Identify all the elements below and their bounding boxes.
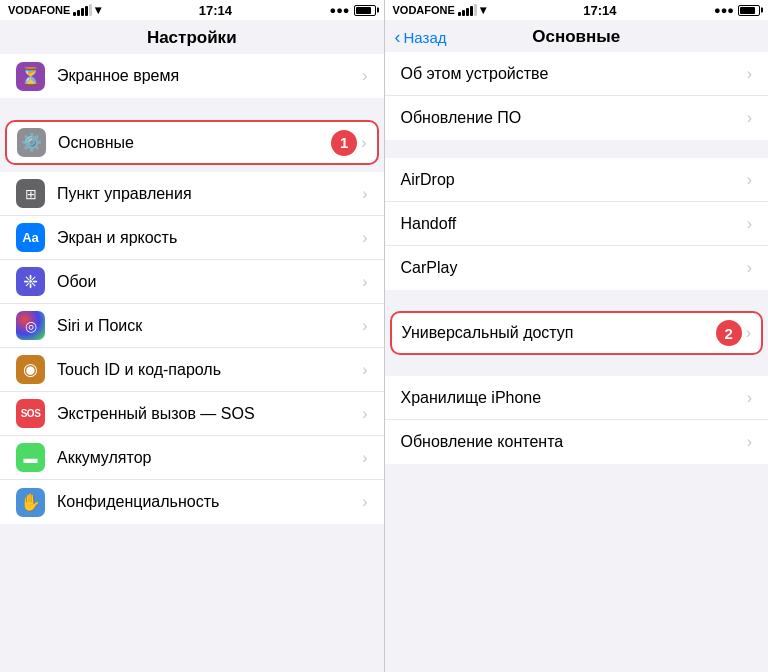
back-label: Назад — [404, 29, 447, 46]
carplay-label: CarPlay — [401, 259, 743, 277]
row-wallpaper[interactable]: ❈ Обои › — [0, 260, 384, 304]
row-sos[interactable]: SOS Экстренный вызов — SOS › — [0, 392, 384, 436]
sos-label: Экстренный вызов — SOS — [57, 405, 358, 423]
chevron-icon: › — [362, 67, 367, 85]
chevron-icon: › — [746, 324, 751, 342]
chevron-icon: › — [747, 65, 752, 83]
right-panel: VODAFONE ▾ 17:14 ●●● ‹ Назад Основные — [385, 0, 769, 672]
chevron-icon: › — [747, 259, 752, 277]
back-chevron-icon: ‹ — [395, 28, 401, 46]
chevron-icon: › — [362, 317, 367, 335]
row-background-refresh[interactable]: Обновление контента › — [385, 420, 769, 464]
right-settings-list: Об этом устройстве › Обновление ПО › Air… — [385, 52, 769, 672]
chevron-icon: › — [747, 215, 752, 233]
sos-icon: SOS — [16, 399, 45, 428]
touchid-label: Touch ID и код-пароль — [57, 361, 358, 379]
accessibility-badge: 2 — [716, 320, 742, 346]
chevron-icon: › — [747, 433, 752, 451]
chevron-icon: › — [747, 109, 752, 127]
left-status-right: ●●● — [330, 4, 376, 16]
right-panel-header: ‹ Назад Основные — [385, 20, 769, 52]
touchid-icon: ◉ — [16, 355, 45, 384]
siri-label: Siri и Поиск — [57, 317, 358, 335]
wallpaper-icon: ❈ — [16, 267, 45, 296]
chevron-icon: › — [362, 185, 367, 203]
left-carrier: VODAFONE — [8, 4, 70, 16]
left-panel-title: Настройки — [0, 20, 384, 54]
chevron-icon: › — [361, 134, 366, 152]
left-settings-list: ⏳ Экранное время › ⚙️ Основные 1 › ⊞ Пун… — [0, 54, 384, 672]
row-touchid[interactable]: ◉ Touch ID и код-пароль › — [0, 348, 384, 392]
right-signal — [458, 4, 477, 16]
row-privacy[interactable]: ✋ Конфиденциальность › — [0, 480, 384, 524]
right-carrier: VODAFONE — [393, 4, 455, 16]
battery-icon: ▬ — [16, 443, 45, 472]
row-about[interactable]: Об этом устройстве › — [385, 52, 769, 96]
battery-label: Аккумулятор — [57, 449, 358, 467]
chevron-icon: › — [362, 273, 367, 291]
row-control-center[interactable]: ⊞ Пункт управления › — [0, 172, 384, 216]
row-storage[interactable]: Хранилище iPhone › — [385, 376, 769, 420]
row-siri[interactable]: ◎ Siri и Поиск › — [0, 304, 384, 348]
screen-time-label: Экранное время — [57, 67, 358, 85]
handoff-label: Handoff — [401, 215, 743, 233]
background-refresh-label: Обновление контента — [401, 433, 743, 451]
control-center-icon: ⊞ — [16, 179, 45, 208]
chevron-icon: › — [362, 405, 367, 423]
wallpaper-label: Обои — [57, 273, 358, 291]
row-screen-time[interactable]: ⏳ Экранное время › — [0, 54, 384, 98]
right-status-bar: VODAFONE ▾ 17:14 ●●● — [385, 0, 769, 20]
chevron-icon: › — [362, 361, 367, 379]
accessibility-label: Универсальный доступ — [402, 324, 710, 342]
gear-icon: ⚙️ — [17, 128, 46, 157]
row-handoff[interactable]: Handoff › — [385, 202, 769, 246]
privacy-label: Конфиденциальность — [57, 493, 358, 511]
row-battery[interactable]: ▬ Аккумулятор › — [0, 436, 384, 480]
left-time: 17:14 — [199, 3, 232, 18]
airdrop-label: AirDrop — [401, 171, 743, 189]
row-display[interactable]: Aa Экран и яркость › — [0, 216, 384, 260]
row-carplay[interactable]: CarPlay › — [385, 246, 769, 290]
chevron-icon: › — [747, 171, 752, 189]
left-signal — [73, 4, 92, 16]
display-icon: Aa — [16, 223, 45, 252]
row-airdrop[interactable]: AirDrop › — [385, 158, 769, 202]
software-update-label: Обновление ПО — [401, 109, 743, 127]
left-status-bar: VODAFONE ▾ 17:14 ●●● — [0, 0, 384, 20]
privacy-icon: ✋ — [16, 488, 45, 517]
about-label: Об этом устройстве — [401, 65, 743, 83]
chevron-icon: › — [362, 229, 367, 247]
display-label: Экран и яркость — [57, 229, 358, 247]
right-time: 17:14 — [583, 3, 616, 18]
storage-label: Хранилище iPhone — [401, 389, 743, 407]
right-status-right: ●●● — [714, 4, 760, 16]
row-general[interactable]: ⚙️ Основные 1 › — [5, 120, 379, 165]
row-accessibility[interactable]: Универсальный доступ 2 › — [390, 311, 764, 355]
general-label: Основные — [58, 134, 325, 152]
back-button[interactable]: ‹ Назад — [395, 28, 447, 46]
row-software-update[interactable]: Обновление ПО › — [385, 96, 769, 140]
control-center-label: Пункт управления — [57, 185, 358, 203]
general-badge: 1 — [331, 130, 357, 156]
siri-icon: ◎ — [16, 311, 45, 340]
right-panel-title: Основные — [532, 27, 620, 47]
chevron-icon: › — [747, 389, 752, 407]
left-panel: VODAFONE ▾ 17:14 ●●● Настройки ⏳ Экранно… — [0, 0, 384, 672]
chevron-icon: › — [362, 449, 367, 467]
chevron-icon: › — [362, 493, 367, 511]
hourglass-icon: ⏳ — [16, 62, 45, 91]
